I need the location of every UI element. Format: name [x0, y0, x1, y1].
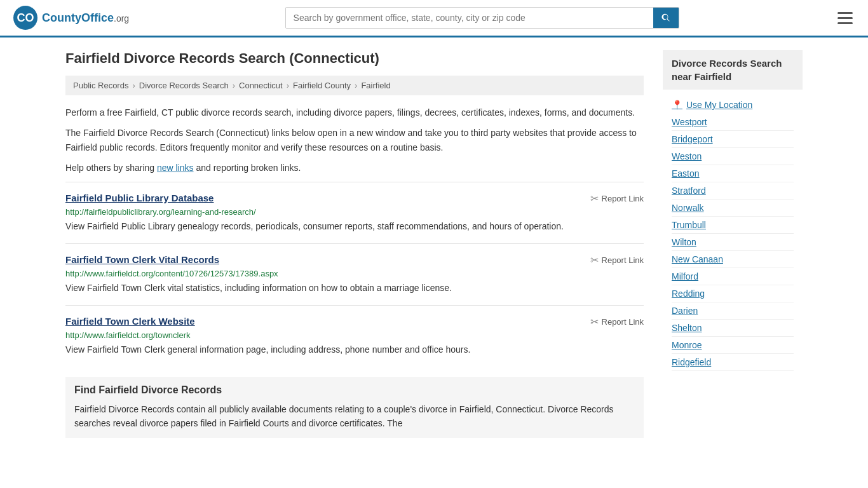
list-item: Weston	[672, 148, 794, 165]
search-button[interactable]	[653, 8, 679, 28]
search-icon	[661, 13, 671, 23]
sidebar-link-darien[interactable]: Darien	[672, 306, 698, 316]
sidebar-title: Divorce Records Search near Fairfield	[663, 50, 803, 90]
sidebar-link-stratford[interactable]: Stratford	[672, 186, 706, 196]
description-3: Help others by sharing new links and rep…	[65, 161, 644, 175]
sidebar-link-new-canaan[interactable]: New Canaan	[672, 254, 723, 264]
sidebar-link-milford[interactable]: Milford	[672, 271, 698, 281]
breadcrumb-fairfield[interactable]: Fairfield	[361, 81, 390, 90]
menu-line	[837, 22, 853, 24]
breadcrumb-sep: ›	[287, 81, 289, 90]
breadcrumb-sep: ›	[355, 81, 357, 90]
sidebar-link-ridgefield[interactable]: Ridgefield	[672, 357, 711, 367]
list-item: Ridgefield	[672, 354, 794, 371]
result-title-3[interactable]: Fairfield Town Clerk Website	[65, 316, 195, 327]
sidebar: Divorce Records Search near Fairfield 📍 …	[663, 50, 803, 438]
menu-line	[837, 17, 853, 19]
list-item: Monroe	[672, 337, 794, 354]
sidebar-link-weston[interactable]: Weston	[672, 151, 702, 161]
report-icon-1: ✂	[590, 193, 599, 205]
new-links-link[interactable]: new links	[157, 163, 194, 173]
sidebar-link-easton[interactable]: Easton	[672, 168, 700, 179]
report-link-1[interactable]: ✂ Report Link	[590, 193, 644, 205]
search-input[interactable]	[286, 8, 653, 28]
result-item-2: Fairfield Town Clerk Vital Records ✂ Rep…	[65, 243, 644, 305]
list-item: Milford	[672, 268, 794, 285]
breadcrumb-divorce-records[interactable]: Divorce Records Search	[139, 81, 229, 90]
result-desc-3: View Fairfield Town Clerk general inform…	[65, 343, 644, 356]
result-item-3: Fairfield Town Clerk Website ✂ Report Li…	[65, 305, 644, 367]
content-area: Fairfield Divorce Records Search (Connec…	[65, 50, 644, 438]
sidebar-link-westport[interactable]: Westport	[672, 117, 707, 127]
page-title: Fairfield Divorce Records Search (Connec…	[65, 50, 644, 67]
header: CO CountyOffice.org	[0, 0, 868, 37]
breadcrumb-fairfield-county[interactable]: Fairfield County	[293, 81, 351, 90]
report-link-label-3: Report Link	[602, 317, 644, 327]
main-container: Fairfield Divorce Records Search (Connec…	[53, 37, 815, 438]
list-item: New Canaan	[672, 251, 794, 268]
list-item: Trumbull	[672, 217, 794, 234]
sidebar-link-wilton[interactable]: Wilton	[672, 237, 696, 247]
list-item: Stratford	[672, 182, 794, 200]
result-title-2[interactable]: Fairfield Town Clerk Vital Records	[65, 254, 219, 265]
find-section: Find Fairfield Divorce Records Fairfield…	[65, 377, 644, 438]
report-icon-3: ✂	[590, 316, 599, 328]
report-link-2[interactable]: ✂ Report Link	[590, 254, 644, 266]
sidebar-link-shelton[interactable]: Shelton	[672, 323, 702, 333]
list-item: Shelton	[672, 320, 794, 337]
list-item: Redding	[672, 285, 794, 302]
result-desc-1: View Fairfield Public Library genealogy …	[65, 220, 644, 233]
result-desc-2: View Fairfield Town Clerk vital statisti…	[65, 281, 644, 295]
result-item-1: Fairfield Public Library Database ✂ Repo…	[65, 182, 644, 243]
search-bar	[285, 7, 679, 29]
result-title-1[interactable]: Fairfield Public Library Database	[65, 193, 214, 203]
description-2: The Fairfield Divorce Records Search (Co…	[65, 126, 644, 154]
find-section-description: Fairfield Divorce Records contain all pu…	[74, 402, 635, 431]
result-header-3: Fairfield Town Clerk Website ✂ Report Li…	[65, 316, 644, 328]
breadcrumb-connecticut[interactable]: Connecticut	[239, 81, 283, 90]
result-url-2[interactable]: http://www.fairfieldct.org/content/10726…	[65, 269, 644, 278]
description-1: Perform a free Fairfield, CT public divo…	[65, 105, 644, 119]
report-link-label-2: Report Link	[602, 255, 644, 265]
result-url-3[interactable]: http://www.fairfieldct.org/townclerk	[65, 330, 644, 340]
logo: CO CountyOffice.org	[13, 5, 129, 30]
list-item: Bridgeport	[672, 131, 794, 148]
location-pin-icon: 📍	[672, 100, 682, 110]
sidebar-link-bridgeport[interactable]: Bridgeport	[672, 134, 713, 144]
logo-text: CountyOffice.org	[42, 11, 129, 25]
sidebar-link-monroe[interactable]: Monroe	[672, 340, 702, 350]
find-section-title: Find Fairfield Divorce Records	[74, 384, 635, 396]
result-header-2: Fairfield Town Clerk Vital Records ✂ Rep…	[65, 254, 644, 266]
report-icon-2: ✂	[590, 254, 599, 266]
sidebar-link-redding[interactable]: Redding	[672, 288, 705, 299]
sidebar-link-trumbull[interactable]: Trumbull	[672, 220, 706, 230]
svg-text:CO: CO	[17, 11, 34, 24]
breadcrumb-sep: ›	[132, 81, 135, 90]
report-link-label-1: Report Link	[602, 194, 644, 203]
list-item: Darien	[672, 302, 794, 320]
list-item: Norwalk	[672, 200, 794, 217]
logo-icon: CO	[13, 5, 38, 30]
list-item: Easton	[672, 165, 794, 182]
list-item: Wilton	[672, 234, 794, 251]
list-item: Westport	[672, 114, 794, 131]
use-location-button[interactable]: 📍 Use My Location	[663, 96, 803, 114]
sidebar-link-norwalk[interactable]: Norwalk	[672, 203, 704, 213]
breadcrumb-public-records[interactable]: Public Records	[73, 81, 128, 90]
menu-line	[837, 12, 853, 14]
breadcrumb-sep: ›	[233, 81, 235, 90]
result-url-1[interactable]: http://fairfieldpubliclibrary.org/learni…	[65, 207, 644, 217]
hamburger-menu-button[interactable]	[835, 10, 855, 27]
result-header-1: Fairfield Public Library Database ✂ Repo…	[65, 193, 644, 205]
use-location-label: Use My Location	[686, 100, 752, 110]
report-link-3[interactable]: ✂ Report Link	[590, 316, 644, 328]
breadcrumb: Public Records › Divorce Records Search …	[65, 76, 644, 95]
sidebar-links-list: Westport Bridgeport Weston Easton Stratf…	[663, 114, 803, 371]
